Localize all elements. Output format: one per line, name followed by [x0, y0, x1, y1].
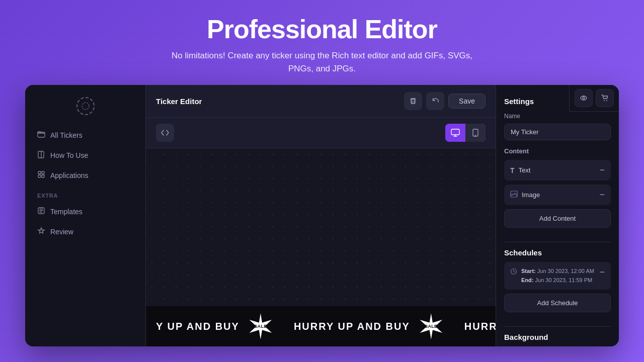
schedule-end-value: Jun 30 2023, 11:59 PM — [535, 277, 593, 283]
cart-button[interactable] — [596, 89, 614, 107]
hero-title: Professional Editor — [0, 14, 644, 44]
sidebar-item-review-label: Review — [50, 228, 73, 236]
ticker-item: Y UP AND BUY SALE — [146, 313, 284, 339]
grid-icon — [37, 170, 45, 180]
ticker-item: HURRY UP AND BUY SALE — [454, 313, 496, 339]
templates-icon — [37, 207, 45, 217]
schedule-end-label: End: — [521, 277, 533, 283]
svg-rect-5 — [42, 175, 44, 177]
svg-point-14 — [606, 100, 607, 101]
svg-point-13 — [604, 100, 605, 101]
schedule-text: Start: Jun 30 2023, 12:00 AM End: Jun 30… — [521, 267, 594, 285]
sale-star-icon: SALE — [418, 313, 444, 339]
hero-subtitle: No limitations! Create any ticker using … — [0, 49, 644, 75]
svg-point-12 — [583, 97, 585, 99]
schedules-header: Schedules — [504, 248, 611, 257]
add-schedule-button[interactable]: Add Schedule — [504, 294, 611, 312]
save-button[interactable]: Save — [448, 94, 486, 109]
app-container: All Tickers How To Use — [25, 85, 619, 346]
main-content: Ticker Editor Save — [146, 85, 496, 346]
right-panel: Settings Name Content T Text − — [496, 85, 619, 346]
ticker-track: Y UP AND BUY SALE HURRY UP AND BUY SALE … — [146, 313, 496, 339]
sidebar-item-all-tickers-label: All Tickers — [50, 131, 83, 139]
sidebar-item-applications-label: Applications — [50, 171, 89, 179]
sale-star-icon: SALE — [248, 313, 274, 339]
sidebar-item-templates-label: Templates — [50, 208, 83, 216]
sale-badge: SALE — [248, 313, 274, 339]
ticker-item: HURRY UP AND BUY SALE — [284, 313, 454, 339]
ticker-text: HURRY UP AND BUY — [464, 321, 496, 332]
svg-point-11 — [581, 96, 587, 100]
undo-button[interactable] — [426, 92, 444, 110]
code-button[interactable] — [156, 124, 174, 142]
content-item-text-label: Text — [519, 166, 531, 174]
sidebar-item-all-tickers[interactable]: All Tickers — [31, 125, 139, 145]
sidebar-item-review[interactable]: Review — [31, 222, 139, 242]
sidebar-nav: All Tickers How To Use — [25, 125, 145, 186]
schedule-item: Start: Jun 30 2023, 12:00 AM End: Jun 30… — [504, 262, 611, 290]
desktop-view-button[interactable] — [445, 124, 465, 142]
divider — [504, 242, 611, 242]
add-content-button[interactable]: Add Content — [504, 209, 611, 228]
remove-schedule-button[interactable]: − — [599, 267, 605, 278]
image-content-icon — [510, 191, 518, 199]
divider-2 — [504, 326, 611, 327]
sidebar-item-templates[interactable]: Templates — [31, 202, 139, 222]
schedules-title: Schedules — [504, 248, 542, 257]
sidebar-item-applications[interactable]: Applications — [31, 165, 139, 186]
content-label: Content — [504, 147, 611, 155]
schedule-start-label: Start: — [521, 268, 536, 274]
svg-rect-3 — [42, 171, 44, 174]
background-title: Background — [504, 333, 611, 341]
settings-panel: Settings Name Content T Text − — [504, 97, 611, 346]
sidebar-item-how-to-use[interactable]: How To Use — [31, 145, 139, 165]
folder-icon — [37, 130, 45, 140]
book-icon — [37, 150, 45, 160]
topbar-actions — [569, 85, 619, 112]
svg-point-0 — [82, 103, 89, 110]
svg-rect-4 — [38, 175, 41, 177]
content-item-image-label: Image — [522, 191, 540, 199]
star-icon — [37, 227, 45, 237]
eye-button[interactable] — [575, 89, 593, 107]
svg-rect-7 — [411, 99, 415, 104]
schedule-start-value: Jun 30 2023, 12:00 AM — [537, 268, 594, 274]
text-content-icon: T — [510, 166, 515, 174]
remove-image-button[interactable]: − — [599, 190, 605, 200]
content-item-image: Image − — [504, 185, 611, 205]
editor-canvas: Y UP AND BUY SALE HURRY UP AND BUY SALE … — [146, 148, 496, 346]
editor-header: Ticker Editor Save — [146, 85, 496, 118]
sidebar: All Tickers How To Use — [25, 85, 146, 346]
sale-badge: SALE — [418, 313, 444, 339]
editor-actions: Save — [404, 92, 486, 110]
editor-toolbar — [146, 118, 496, 148]
content-item-text: T Text − — [504, 160, 611, 180]
logo-icon — [76, 97, 95, 115]
sidebar-item-how-to-use-label: How To Use — [50, 151, 88, 159]
ticker-preview: Y UP AND BUY SALE HURRY UP AND BUY SALE … — [146, 306, 496, 346]
svg-point-10 — [475, 135, 476, 136]
sidebar-extra-nav: Templates Review — [25, 202, 145, 242]
remove-text-button[interactable]: − — [599, 165, 605, 175]
clock-icon — [510, 268, 517, 277]
hero-section: Professional Editor No limitations! Crea… — [0, 0, 644, 85]
mobile-view-button[interactable] — [465, 124, 486, 142]
sidebar-logo — [25, 93, 145, 125]
editor-title: Ticker Editor — [156, 97, 202, 106]
svg-rect-8 — [451, 129, 459, 135]
view-toggle — [445, 124, 486, 142]
name-label: Name — [504, 113, 611, 120]
ticker-text: HURRY UP AND BUY — [294, 321, 410, 332]
name-input[interactable] — [504, 124, 611, 140]
delete-button[interactable] — [404, 92, 422, 110]
ticker-text: Y UP AND BUY — [156, 321, 239, 332]
extra-section-label: Extra — [25, 186, 145, 202]
svg-rect-2 — [38, 171, 41, 174]
